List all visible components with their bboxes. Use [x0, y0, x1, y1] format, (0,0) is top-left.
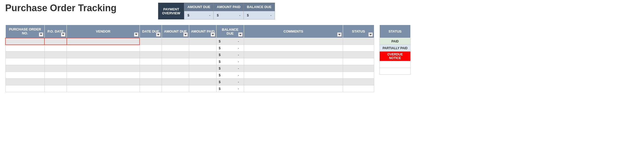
table-row: $- [5, 38, 374, 45]
col-header-date-due[interactable]: DATE DUE [140, 25, 162, 38]
table-cell[interactable]: $- [216, 65, 244, 72]
table-cell[interactable] [189, 72, 216, 79]
table-cell[interactable] [67, 38, 140, 45]
table-cell[interactable] [189, 85, 216, 92]
table-cell[interactable] [162, 72, 189, 79]
table-cell[interactable]: $- [216, 52, 244, 58]
col-header-status[interactable]: STATUS [343, 25, 374, 38]
payment-overview-table: PAYMENT OVERVIEW AMOUNT DUE AMOUNT PAID … [158, 3, 275, 20]
legend-item: PARTIALLY PAID [380, 45, 411, 52]
table-cell[interactable] [343, 79, 374, 85]
table-cell[interactable] [44, 45, 67, 52]
table-cell[interactable] [162, 45, 189, 52]
table-cell[interactable] [343, 72, 374, 79]
table-cell[interactable] [189, 52, 216, 58]
table-cell[interactable] [5, 58, 44, 65]
table-cell[interactable] [5, 79, 44, 85]
table-cell[interactable] [44, 65, 67, 72]
table-cell[interactable] [5, 52, 44, 58]
table-cell[interactable] [343, 52, 374, 58]
table-row: $- [5, 58, 374, 65]
table-cell[interactable] [44, 52, 67, 58]
table-cell[interactable]: $- [216, 38, 244, 45]
table-cell[interactable] [140, 85, 162, 92]
filter-dropdown-icon[interactable] [134, 32, 139, 37]
table-cell[interactable]: $- [216, 45, 244, 52]
table-cell[interactable] [162, 85, 189, 92]
filter-dropdown-icon[interactable] [156, 32, 161, 37]
table-cell[interactable] [140, 65, 162, 72]
table-cell[interactable] [189, 38, 216, 45]
table-row: $- [5, 72, 374, 79]
table-cell[interactable]: $- [216, 79, 244, 85]
table-cell[interactable] [162, 52, 189, 58]
col-header-po-no[interactable]: PURCHASE ORDER NO. [5, 25, 44, 38]
table-cell[interactable] [67, 52, 140, 58]
filter-dropdown-icon[interactable] [211, 32, 215, 37]
filter-dropdown-icon[interactable] [39, 32, 43, 37]
overview-value-amount-due: $ - [184, 11, 214, 20]
table-row: $- [5, 79, 374, 85]
table-cell[interactable] [244, 72, 343, 79]
table-cell[interactable] [189, 45, 216, 52]
table-cell[interactable] [44, 38, 67, 45]
table-cell[interactable] [5, 38, 44, 45]
filter-dropdown-icon[interactable] [337, 32, 342, 37]
table-cell[interactable] [5, 85, 44, 92]
table-cell[interactable] [162, 38, 189, 45]
table-cell[interactable] [67, 65, 140, 72]
table-cell[interactable] [44, 58, 67, 65]
table-cell[interactable] [67, 58, 140, 65]
table-cell[interactable] [140, 52, 162, 58]
table-cell[interactable] [67, 72, 140, 79]
table-cell[interactable] [67, 85, 140, 92]
legend-item [380, 68, 411, 75]
table-cell[interactable] [44, 85, 67, 92]
table-cell[interactable] [140, 58, 162, 65]
table-cell[interactable] [140, 38, 162, 45]
table-cell[interactable] [189, 79, 216, 85]
table-cell[interactable] [343, 58, 374, 65]
table-cell[interactable] [244, 38, 343, 45]
table-cell[interactable] [244, 85, 343, 92]
table-cell[interactable] [343, 85, 374, 92]
table-cell[interactable] [244, 79, 343, 85]
table-cell[interactable] [67, 45, 140, 52]
table-cell[interactable] [244, 65, 343, 72]
table-cell[interactable] [162, 79, 189, 85]
table-cell[interactable] [244, 58, 343, 65]
table-cell[interactable] [343, 65, 374, 72]
filter-dropdown-icon[interactable] [183, 32, 188, 37]
table-cell[interactable] [244, 52, 343, 58]
table-cell[interactable] [140, 45, 162, 52]
table-cell[interactable] [44, 72, 67, 79]
table-cell[interactable]: $- [216, 58, 244, 65]
table-cell[interactable] [44, 79, 67, 85]
table-cell[interactable] [140, 72, 162, 79]
table-cell[interactable]: $- [216, 85, 244, 92]
filter-dropdown-icon[interactable] [61, 32, 65, 37]
table-cell[interactable] [67, 79, 140, 85]
col-header-po-date[interactable]: P.O. DATE [44, 25, 67, 38]
table-cell[interactable] [5, 72, 44, 79]
table-cell[interactable] [5, 45, 44, 52]
table-cell[interactable] [343, 38, 374, 45]
table-cell[interactable] [343, 45, 374, 52]
filter-dropdown-icon[interactable] [368, 32, 373, 37]
col-header-comments[interactable]: COMMENTS [244, 25, 343, 38]
table-cell[interactable] [5, 65, 44, 72]
table-cell[interactable] [162, 58, 189, 65]
table-cell[interactable] [244, 45, 343, 52]
col-header-amount-paid[interactable]: AMOUNT PAID [189, 25, 216, 38]
filter-dropdown-icon[interactable] [238, 32, 243, 37]
table-cell[interactable] [162, 65, 189, 72]
table-cell[interactable]: $- [216, 72, 244, 79]
table-cell[interactable] [189, 58, 216, 65]
table-cell[interactable] [189, 65, 216, 72]
table-row: $- [5, 52, 374, 58]
col-header-balance-due[interactable]: BALANCE DUE [216, 25, 244, 38]
col-header-vendor[interactable]: VENDOR [67, 25, 140, 38]
table-cell[interactable] [140, 79, 162, 85]
overview-value-balance-due: $ - [244, 11, 275, 20]
col-header-amount-due[interactable]: AMOUNT DUE [162, 25, 189, 38]
